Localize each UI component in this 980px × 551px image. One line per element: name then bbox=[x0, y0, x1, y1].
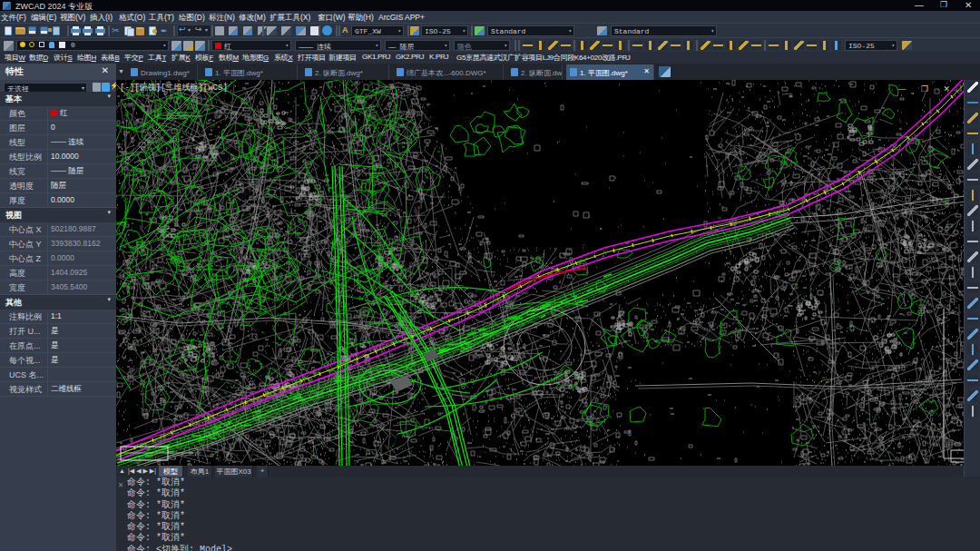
svg-text:[-][俯视][二维线框][WCS]: [-][俯视][二维线框][WCS] bbox=[120, 83, 228, 93]
